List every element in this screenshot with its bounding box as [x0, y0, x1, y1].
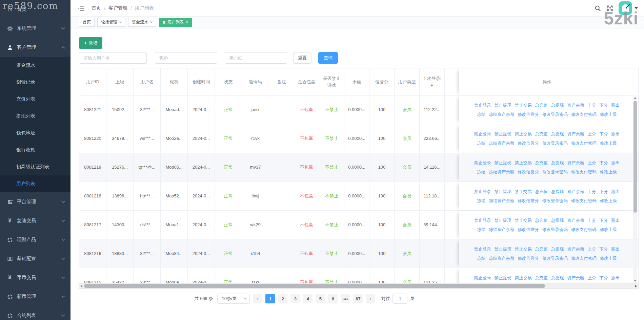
action-link-修改信誉分[interactable]: 修改信誉分 — [518, 168, 539, 176]
action-link-修改信誉分[interactable]: 修改信誉分 — [518, 196, 539, 205]
action-link-总充值[interactable]: 总充值 — [535, 187, 548, 196]
action-link-上分[interactable]: 上分 — [588, 130, 596, 138]
action-link-禁止登录[interactable]: 禁止登录 — [474, 101, 491, 110]
tab-首页[interactable]: 首页 — [79, 18, 95, 27]
action-link-禁止交易[interactable]: 禁止交易 — [515, 245, 532, 254]
sidebar-item-理财产品[interactable]: 理财产品 — [0, 230, 71, 249]
action-link-冻结资产余额[interactable]: 冻结资产余额 — [489, 196, 514, 205]
action-link-修改支付密码[interactable]: 修改支付密码 — [571, 254, 597, 263]
page-button-6[interactable]: 6 — [328, 294, 338, 303]
action-link-禁止登录[interactable]: 禁止登录 — [474, 216, 491, 225]
action-link-冻结资产余额[interactable]: 冻结资产余额 — [489, 168, 514, 176]
page-size-select[interactable]: 10条/页 — [217, 294, 250, 304]
sidebar-item-基础配置[interactable]: 基础配置 — [0, 249, 71, 268]
action-link-禁止提现[interactable]: 禁止提现 — [495, 245, 511, 254]
action-link-修改支付密码[interactable]: 修改支付密码 — [571, 139, 597, 148]
sidebar-subitem-充值列表[interactable]: 充值列表 — [0, 91, 71, 108]
action-link-总提现[interactable]: 总提现 — [551, 130, 564, 138]
action-link-修改上级[interactable]: 修改上级 — [600, 225, 617, 234]
action-link-上分[interactable]: 上分 — [588, 158, 596, 167]
close-icon[interactable]: × — [150, 20, 153, 24]
breadcrumb-item-首页[interactable]: 首页 — [92, 5, 101, 11]
action-link-下分[interactable]: 下分 — [600, 130, 608, 138]
action-link-修改信誉分[interactable]: 修改信誉分 — [518, 283, 539, 283]
fullscreen-icon[interactable] — [606, 5, 613, 12]
action-link-总充值[interactable]: 总充值 — [535, 158, 548, 167]
action-link-禁止登录[interactable]: 禁止登录 — [474, 245, 491, 254]
action-link-修改支付密码[interactable]: 修改支付密码 — [571, 110, 597, 119]
action-link-禁止提现[interactable]: 禁止提现 — [495, 101, 511, 110]
action-link-上分[interactable]: 上分 — [588, 187, 596, 196]
sidebar-item-平台管理[interactable]: 平台管理 — [0, 192, 71, 211]
sidebar-item-币币交易[interactable]: ¥币币交易 — [0, 268, 71, 287]
action-link-修改信誉分[interactable]: 修改信誉分 — [518, 139, 539, 148]
sidebar-subitem-提现列表[interactable]: 提现列表 — [0, 108, 71, 125]
action-link-修改信誉分[interactable]: 修改信誉分 — [518, 254, 539, 263]
action-link-修改支付密码[interactable]: 修改支付密码 — [571, 168, 597, 176]
action-link-总充值[interactable]: 总充值 — [535, 245, 548, 254]
add-user-button[interactable]: + 新增 — [79, 37, 102, 49]
page-button-2[interactable]: 2 — [278, 294, 287, 303]
action-link-下分[interactable]: 下分 — [600, 216, 608, 225]
scroll-left-arrow-icon[interactable] — [81, 285, 82, 287]
action-link-总提现[interactable]: 总提现 — [551, 187, 564, 196]
action-link-修改支付密码[interactable]: 修改支付密码 — [571, 225, 597, 234]
sidebar-subitem-资金流水[interactable]: 资金流水 — [0, 57, 71, 74]
page-button-67[interactable]: 67 — [353, 294, 363, 303]
action-link-禁止提现[interactable]: 禁止提现 — [495, 216, 511, 225]
action-link-修改上级[interactable]: 修改上级 — [600, 110, 617, 119]
reset-button[interactable]: 重置 — [293, 52, 311, 64]
close-icon[interactable]: × — [119, 20, 122, 24]
page-button-3[interactable]: 3 — [290, 294, 300, 303]
action-link-修改支付密码[interactable]: 修改支付密码 — [571, 283, 597, 283]
action-link-资产余额[interactable]: 资产余额 — [567, 158, 584, 167]
action-link-总提现[interactable]: 总提现 — [551, 216, 564, 225]
action-link-冻结资产余额[interactable]: 冻结资产余额 — [489, 254, 514, 263]
action-link-修改上级[interactable]: 修改上级 — [600, 168, 617, 176]
action-link-下分[interactable]: 下分 — [600, 101, 608, 110]
action-link-禁止提现[interactable]: 禁止提现 — [495, 187, 511, 196]
action-link-冻结[interactable]: 冻结 — [477, 168, 485, 176]
action-link-冻结[interactable]: 冻结 — [477, 110, 485, 119]
action-link-冻结资产余额[interactable]: 冻结资产余额 — [489, 110, 514, 119]
scroll-right-arrow-icon[interactable] — [635, 285, 637, 287]
query-button[interactable]: 查询 — [318, 52, 338, 64]
action-link-踢出[interactable]: 踢出 — [611, 101, 620, 110]
sidebar-item-急速交易[interactable]: ¥急速交易 — [0, 211, 71, 230]
sidebar-collapse-icon[interactable] — [78, 5, 85, 12]
action-link-踢出[interactable]: 踢出 — [611, 130, 620, 138]
sidebar-item-首页[interactable]: 首页 — [0, 0, 71, 19]
action-link-冻结资产余额[interactable]: 冻结资产余额 — [489, 139, 514, 148]
action-link-禁止交易[interactable]: 禁止交易 — [515, 158, 532, 167]
action-link-踢出[interactable]: 踢出 — [611, 274, 620, 282]
action-link-修改信誉分[interactable]: 修改信誉分 — [518, 225, 539, 234]
action-link-禁止交易[interactable]: 禁止交易 — [515, 101, 532, 110]
tab-用户列表[interactable]: 用户列表× — [159, 18, 192, 27]
scroll-up-arrow-icon[interactable] — [634, 97, 637, 99]
horizontal-scrollbar[interactable] — [79, 283, 639, 289]
action-link-冻结[interactable]: 冻结 — [477, 283, 485, 283]
action-link-下分[interactable]: 下分 — [600, 274, 608, 282]
action-link-冻结[interactable]: 冻结 — [477, 196, 485, 205]
action-link-修改登录密码[interactable]: 修改登录密码 — [542, 254, 568, 263]
action-link-禁止登录[interactable]: 禁止登录 — [474, 274, 491, 282]
action-link-禁止提现[interactable]: 禁止提现 — [495, 130, 511, 138]
action-link-修改支付密码[interactable]: 修改支付密码 — [571, 196, 597, 205]
goto-page-input[interactable] — [393, 294, 407, 304]
action-link-踢出[interactable]: 踢出 — [611, 158, 620, 167]
action-link-禁止登录[interactable]: 禁止登录 — [474, 158, 491, 167]
action-link-资产余额[interactable]: 资产余额 — [567, 274, 584, 282]
sidebar-subitem-银行收款[interactable]: 银行收款 — [0, 142, 71, 158]
sidebar-subitem-用户列表[interactable]: 用户列表 — [0, 175, 71, 192]
breadcrumb-item-客户管理[interactable]: 客户管理 — [108, 5, 127, 11]
action-link-总提现[interactable]: 总提现 — [551, 101, 564, 110]
horizontal-scroll-thumb[interactable] — [84, 284, 545, 288]
action-link-上分[interactable]: 上分 — [588, 274, 596, 282]
page-button-4[interactable]: 4 — [303, 294, 313, 303]
action-link-修改信誉分[interactable]: 修改信誉分 — [518, 110, 539, 119]
action-link-下分[interactable]: 下分 — [600, 187, 608, 196]
vertical-scroll-thumb[interactable] — [633, 101, 637, 213]
action-link-修改登录密码[interactable]: 修改登录密码 — [542, 110, 568, 119]
action-link-修改登录密码[interactable]: 修改登录密码 — [542, 168, 568, 176]
prev-page-button[interactable]: ‹ — [253, 294, 262, 303]
